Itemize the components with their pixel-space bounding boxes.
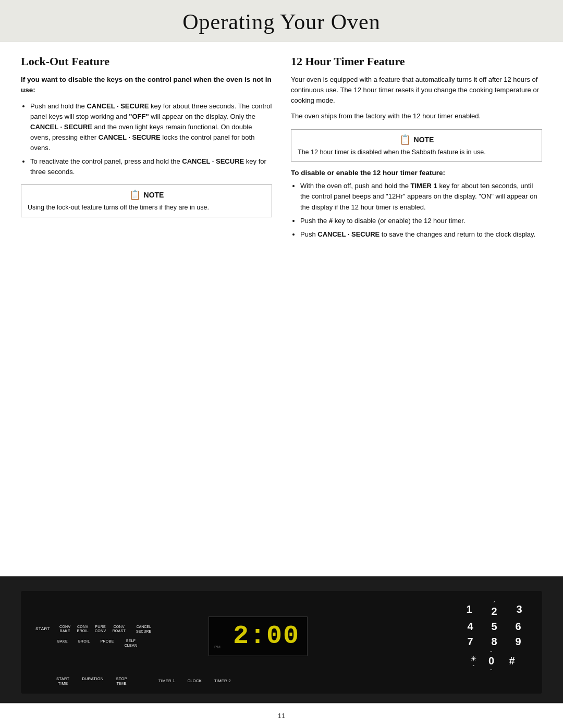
lockout-note-text: Using the lock-out feature turns off the… bbox=[28, 203, 265, 213]
bake-key[interactable]: BAKE bbox=[57, 639, 68, 648]
lockout-bullet-1: Push and hold the CANCEL · SECURE key fo… bbox=[30, 101, 272, 154]
key-2[interactable]: 2 bbox=[487, 606, 501, 618]
stop-time-label[interactable]: STOPTIME bbox=[116, 676, 127, 687]
key-2-wrapper: ⌃ 2 bbox=[487, 601, 501, 618]
key-1[interactable]: 1 bbox=[463, 603, 475, 615]
note-icon-left: 📋 bbox=[129, 189, 141, 201]
right-column: 12 Hour Timer Feature Your oven is equip… bbox=[291, 55, 542, 571]
page-title: Operating Your Oven bbox=[21, 9, 542, 34]
conv-roast-key[interactable]: CONVROAST bbox=[112, 625, 126, 634]
key-7[interactable]: 7 bbox=[464, 636, 476, 648]
key-9[interactable]: 9 bbox=[512, 636, 524, 648]
page-number-area: 11 bbox=[0, 703, 563, 728]
oven-panel-section: START CONVBAKE CONVBROIL PURECONV bbox=[0, 576, 563, 704]
lockout-note-box: 📋 NOTE Using the lock-out feature turns … bbox=[21, 184, 272, 217]
lockout-bullet-2: To reactivate the control panel, press a… bbox=[30, 156, 272, 177]
clock-label[interactable]: CLOCK bbox=[188, 678, 202, 684]
display-time: 2:00 bbox=[233, 621, 300, 651]
lockout-note-header: 📋 NOTE bbox=[28, 189, 265, 201]
conv-bake-label: CONVBAKE bbox=[59, 625, 70, 634]
key-6[interactable]: 6 bbox=[512, 621, 524, 633]
start-time-label[interactable]: STARTTIME bbox=[56, 676, 69, 687]
display-pm-indicator: PM bbox=[214, 645, 221, 649]
duration-label[interactable]: DURATION bbox=[82, 676, 103, 687]
broil-label: BROIL bbox=[78, 639, 90, 644]
timer-bullets: With the oven off, push and hold the TIM… bbox=[300, 181, 542, 240]
timer-bullet-2: Push the # key to disable (or enable) th… bbox=[300, 216, 542, 226]
lockout-bullets: Push and hold the CANCEL · SECURE key fo… bbox=[30, 101, 272, 178]
note-icon-right: 📋 bbox=[399, 134, 411, 145]
self-clean-label: SELFCLEAN bbox=[124, 639, 137, 648]
probe-label: PROBE bbox=[100, 639, 114, 644]
lockout-note-label: NOTE bbox=[144, 191, 164, 199]
oven-display: PM 2:00 bbox=[209, 616, 308, 656]
probe-key[interactable]: PROBE bbox=[100, 639, 114, 648]
timer-note-text: The 12 hour timer is disabled when the S… bbox=[298, 147, 535, 157]
panel-left-controls: START CONVBAKE CONVBROIL PURECONV bbox=[33, 624, 200, 648]
start-label[interactable]: START bbox=[33, 626, 52, 632]
broil-key[interactable]: BROIL bbox=[78, 639, 90, 648]
key-5[interactable]: 5 bbox=[488, 621, 500, 633]
conv-broil-key[interactable]: CONVBROIL bbox=[77, 625, 89, 634]
lockout-title: Lock-Out Feature bbox=[21, 55, 272, 68]
conv-broil-label: CONVBROIL bbox=[77, 625, 89, 634]
timer-note-label: NOTE bbox=[414, 135, 434, 144]
key-8[interactable]: 8 bbox=[488, 636, 500, 648]
cancel-secure-key[interactable]: CANCELSECURE bbox=[136, 624, 151, 634]
conv-roast-label: CONVROAST bbox=[112, 625, 126, 634]
page-header: Operating Your Oven bbox=[0, 0, 563, 42]
timer-sub-heading: To disable or enable the 12 hour timer f… bbox=[291, 169, 542, 177]
page-number: 11 bbox=[278, 712, 285, 720]
key-0[interactable]: ⌃ 0 ⌄ bbox=[488, 651, 494, 671]
left-column: Lock-Out Feature If you want to disable … bbox=[21, 55, 272, 571]
timer-bullet-3: Push CANCEL · SECURE to save the changes… bbox=[300, 229, 542, 240]
timer-body1: Your oven is equipped with a feature tha… bbox=[291, 75, 542, 106]
brightness-key[interactable]: ☀ ⌄ bbox=[470, 655, 477, 667]
bake-label: BAKE bbox=[57, 639, 68, 644]
pure-conv-key[interactable]: PURECONV bbox=[95, 625, 106, 634]
content-area: Lock-Out Feature If you want to disable … bbox=[0, 42, 563, 576]
lockout-intro: If you want to disable the keys on the c… bbox=[21, 75, 272, 96]
key-3[interactable]: 3 bbox=[513, 603, 525, 615]
timer1-label[interactable]: TIMER 1 bbox=[158, 678, 175, 684]
numpad: 1 ⌃ 2 3 4 5 6 7 8 bbox=[463, 601, 530, 671]
bottom-left-labels: STARTTIME DURATION STOPTIME bbox=[56, 676, 127, 687]
key-4[interactable]: 4 bbox=[464, 621, 476, 633]
bottom-center-labels: TIMER 1 CLOCK TIMER 2 bbox=[158, 678, 231, 684]
timer-body2: The oven ships from the factory with the… bbox=[291, 111, 542, 121]
pure-conv-label: PURECONV bbox=[95, 625, 106, 634]
page: Operating Your Oven Lock-Out Feature If … bbox=[0, 0, 563, 728]
conv-bake-key[interactable]: CONVBAKE bbox=[59, 625, 70, 634]
self-clean-key[interactable]: SELFCLEAN bbox=[124, 639, 137, 648]
timer-note-header: 📋 NOTE bbox=[298, 134, 535, 145]
panel-bottom-labels: STARTTIME DURATION STOPTIME TIMER 1 CLOC… bbox=[33, 676, 530, 687]
timer-title: 12 Hour Timer Feature bbox=[291, 55, 542, 68]
timer2-label[interactable]: TIMER 2 bbox=[214, 678, 231, 684]
timer-bullet-1: With the oven off, push and hold the TIM… bbox=[300, 181, 542, 212]
key-hash[interactable]: # bbox=[506, 655, 518, 667]
timer-note-box: 📋 NOTE The 12 hour timer is disabled whe… bbox=[291, 129, 542, 162]
